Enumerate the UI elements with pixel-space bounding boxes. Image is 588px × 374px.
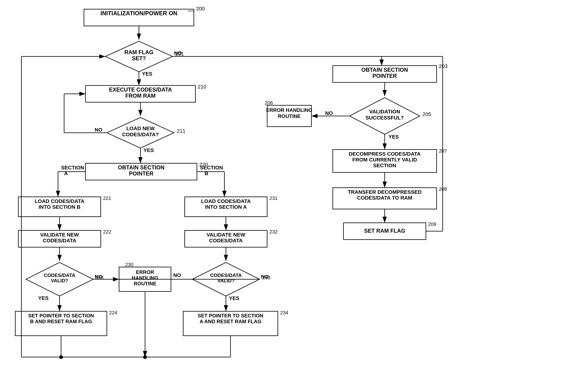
svg-text:INITIALIZATION/POWER ON: INITIALIZATION/POWER ON: [100, 10, 177, 17]
svg-text:LOAD NEW: LOAD NEW: [126, 125, 155, 131]
svg-text:CODES/DATA: CODES/DATA: [210, 272, 242, 278]
svg-text:CODES/DATA?: CODES/DATA?: [122, 132, 159, 137]
svg-text:CODES/DATA: CODES/DATA: [209, 238, 243, 243]
svg-text:INTO SECTION A: INTO SECTION A: [205, 204, 247, 210]
svg-text:B: B: [205, 170, 208, 176]
svg-text:YES: YES: [144, 147, 154, 153]
svg-text:NO: NO: [325, 110, 333, 116]
svg-text:LOAD CODES/DATA: LOAD CODES/DATA: [201, 198, 251, 204]
svg-text:OBTAIN SECTION: OBTAIN SECTION: [118, 164, 164, 171]
svg-text:SUCCESSFUL?: SUCCESSFUL?: [366, 115, 404, 121]
svg-text:ROUTINE: ROUTINE: [134, 281, 157, 286]
ref-230: 230: [125, 262, 133, 267]
svg-text:POINTER: POINTER: [129, 170, 153, 177]
svg-text:ERROR HANDLING: ERROR HANDLING: [266, 107, 313, 113]
ref-234: 234: [280, 310, 288, 315]
svg-text:SECTION: SECTION: [373, 163, 396, 168]
svg-text:FROM CURRENTLY VALID: FROM CURRENTLY VALID: [352, 157, 417, 163]
svg-text:POINTER: POINTER: [372, 73, 397, 79]
svg-text:NO: NO: [174, 50, 182, 56]
svg-text:VALID?: VALID?: [51, 278, 68, 283]
svg-text:NO: NO: [173, 272, 181, 278]
svg-text:A AND RESET RAM FLAG: A AND RESET RAM FLAG: [200, 319, 262, 324]
svg-text:YES: YES: [38, 295, 49, 301]
svg-text:SET RAM FLAG: SET RAM FLAG: [364, 228, 405, 234]
svg-text:YES: YES: [229, 295, 239, 301]
svg-text:SECTION: SECTION: [61, 165, 84, 170]
svg-text:SET?: SET?: [132, 55, 146, 62]
svg-text:YES: YES: [388, 134, 399, 140]
flowchart-svg: INITIALIZATION/POWER ON 200 RAM FLAG SET…: [0, 0, 588, 374]
flowchart-diagram: INITIALIZATION/POWER ON 200 RAM FLAG SET…: [0, 0, 588, 374]
svg-text:CODES/DATA TO RAM: CODES/DATA TO RAM: [357, 195, 412, 201]
ref-203: 203: [439, 63, 448, 69]
ref-200: 200: [196, 6, 205, 11]
svg-text:FROM RAM: FROM RAM: [125, 93, 156, 99]
svg-text:A: A: [64, 170, 68, 176]
svg-text:LOAD CODES/DATA: LOAD CODES/DATA: [35, 198, 84, 204]
ref-221: 221: [103, 196, 111, 201]
svg-text:SET POINTER TO SECTION: SET POINTER TO SECTION: [198, 313, 263, 318]
svg-text:ERROR: ERROR: [136, 269, 154, 275]
svg-text:YES: YES: [142, 71, 152, 77]
ref-231: 231: [269, 196, 277, 201]
svg-text:B AND RESET RAM FLAG: B AND RESET RAM FLAG: [30, 319, 92, 324]
svg-text:VALIDATION: VALIDATION: [369, 109, 400, 114]
ref-211: 211: [177, 128, 186, 134]
svg-text:SET POINTER TO SECTION: SET POINTER TO SECTION: [28, 313, 94, 318]
svg-text:DECOMPRESS CODES/DATA: DECOMPRESS CODES/DATA: [349, 151, 420, 157]
ref-205: 205: [422, 111, 431, 117]
ref-224: 224: [109, 310, 117, 315]
svg-point-86: [143, 355, 147, 359]
ref-209: 209: [428, 221, 436, 227]
svg-text:OBTAIN SECTION: OBTAIN SECTION: [361, 67, 408, 73]
ref-210: 210: [198, 84, 206, 90]
svg-text:NO: NO: [261, 274, 269, 280]
svg-text:TRANSFER DECOMPRESSED: TRANSFER DECOMPRESSED: [348, 189, 422, 195]
ref-206: 206: [265, 100, 273, 106]
svg-text:SECTION: SECTION: [200, 165, 223, 170]
svg-text:VALIDATE NEW: VALIDATE NEW: [40, 232, 79, 238]
svg-text:VALIDATE NEW: VALIDATE NEW: [207, 232, 245, 238]
ref-232: 232: [269, 229, 277, 235]
svg-text:ROUTINE: ROUTINE: [278, 113, 301, 119]
svg-text:CODES/DATA: CODES/DATA: [43, 238, 76, 243]
svg-text:RAM FLAG: RAM FLAG: [124, 49, 153, 55]
svg-text:VALID?: VALID?: [217, 278, 234, 283]
ref-222: 222: [103, 229, 111, 235]
svg-text:CODES/DATA: CODES/DATA: [44, 272, 75, 278]
svg-text:NO: NO: [95, 127, 102, 133]
svg-text:NO: NO: [95, 274, 102, 280]
svg-text:EXECUTE CODES/DATA: EXECUTE CODES/DATA: [109, 86, 172, 93]
svg-text:HANDLING: HANDLING: [132, 275, 158, 281]
svg-text:INTO SECTION B: INTO SECTION B: [39, 204, 80, 210]
